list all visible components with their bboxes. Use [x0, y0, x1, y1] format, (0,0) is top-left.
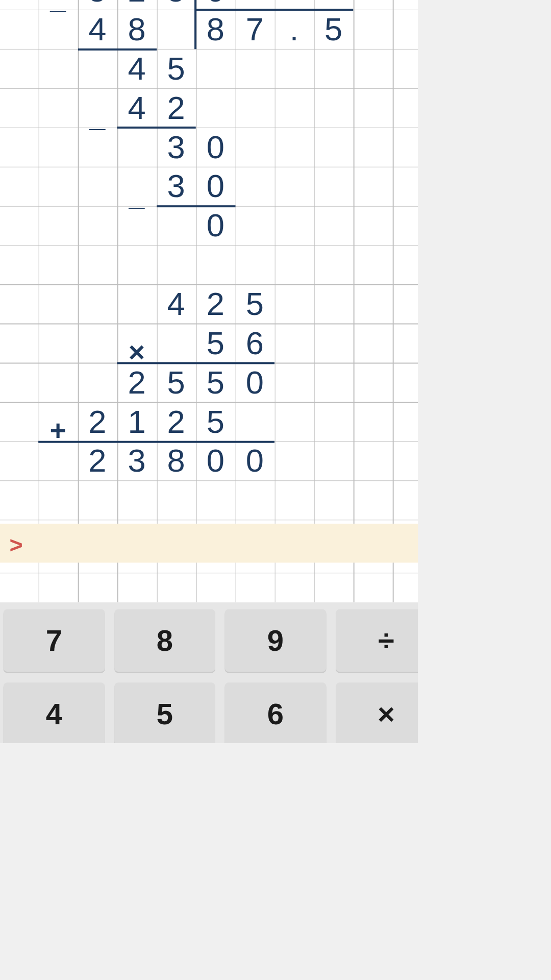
- digit-cell: 4: [157, 284, 196, 324]
- digit-cell: 3: [117, 442, 156, 481]
- hrule: [117, 362, 274, 364]
- key-multiply[interactable]: ×: [336, 682, 418, 743]
- input-row[interactable]: >: [0, 524, 418, 563]
- digit-cell: 5: [196, 324, 235, 363]
- digit-cell: 8: [196, 10, 235, 49]
- digit-cell: 4: [78, 10, 117, 49]
- digit-cell: 5: [157, 49, 196, 88]
- hrule: [78, 48, 156, 50]
- operator-cell: +: [38, 411, 78, 451]
- digit-cell: 0: [196, 206, 235, 245]
- digit-cell: 2: [78, 402, 117, 442]
- hrule: [117, 127, 195, 129]
- hrule: [196, 9, 354, 11]
- digit-cell: 5: [196, 402, 235, 442]
- digit-cell: 2: [157, 88, 196, 128]
- key-8[interactable]: 8: [114, 609, 216, 672]
- key-divide[interactable]: ÷: [336, 609, 418, 672]
- digit-cell: 3: [157, 127, 196, 166]
- digit-cell: 0: [196, 442, 235, 481]
- digit-cell: 0: [196, 166, 235, 206]
- digit-cell: 5: [157, 363, 196, 402]
- digit-cell: 2: [78, 442, 117, 481]
- input-cursor-icon: >: [9, 532, 22, 558]
- keypad: 7 8 9 ÷ 4 5 6 × 1 2 3 - 0 . = +: [0, 602, 418, 743]
- digit-cell: 0: [235, 363, 274, 402]
- operator-cell: _: [38, 0, 78, 19]
- digit-cell: 2: [157, 402, 196, 442]
- digit-cell: 4: [117, 88, 156, 128]
- digit-cell: 1: [117, 402, 156, 442]
- key-5[interactable]: 5: [114, 682, 216, 743]
- key-9[interactable]: 9: [225, 609, 327, 672]
- digit-cell: 5: [157, 0, 196, 10]
- key-4[interactable]: 4: [4, 682, 105, 743]
- digit-cell: 5: [314, 10, 353, 49]
- digit-cell: 0: [196, 127, 235, 166]
- digit-cell: 4: [117, 49, 156, 88]
- digit-cell: 2: [117, 0, 156, 10]
- digit-cell: 0: [235, 442, 274, 481]
- digit-cell: 3: [157, 166, 196, 206]
- digit-cell: 0: [196, 0, 235, 10]
- hrule: [157, 205, 235, 207]
- digit-cell: 5: [235, 284, 274, 324]
- hrule: [38, 440, 274, 443]
- digit-cell: 8: [117, 10, 156, 49]
- digit-cell: 5: [196, 363, 235, 402]
- key-7[interactable]: 7: [4, 609, 105, 672]
- digit-cell: 8: [157, 442, 196, 481]
- vrule: [194, 0, 196, 49]
- operator-cell: _: [117, 176, 156, 215]
- digit-cell: 2: [117, 363, 156, 402]
- digit-cell: 7: [235, 10, 274, 49]
- digit-cell: 5: [78, 0, 117, 10]
- digit-cell: 2: [196, 284, 235, 324]
- digit-cell: 6: [235, 324, 274, 363]
- operator-cell: _: [78, 97, 117, 137]
- worksheet-area[interactable]: 5250_4887.54542_3030_042556×25502125+238…: [0, 0, 418, 602]
- key-6[interactable]: 6: [225, 682, 327, 743]
- digit-cell: .: [274, 10, 314, 49]
